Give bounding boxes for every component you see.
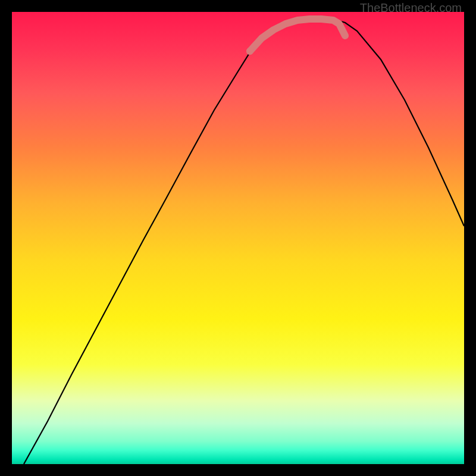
watermark-text: TheBottleneck.com [360,1,462,15]
chart-frame: TheBottleneck.com [0,0,476,476]
highlight-start-dot [246,48,253,55]
curve-svg [12,12,464,464]
bottleneck-curve [24,18,464,464]
plot-area [12,12,464,464]
optimal-range-marker [250,19,345,51]
